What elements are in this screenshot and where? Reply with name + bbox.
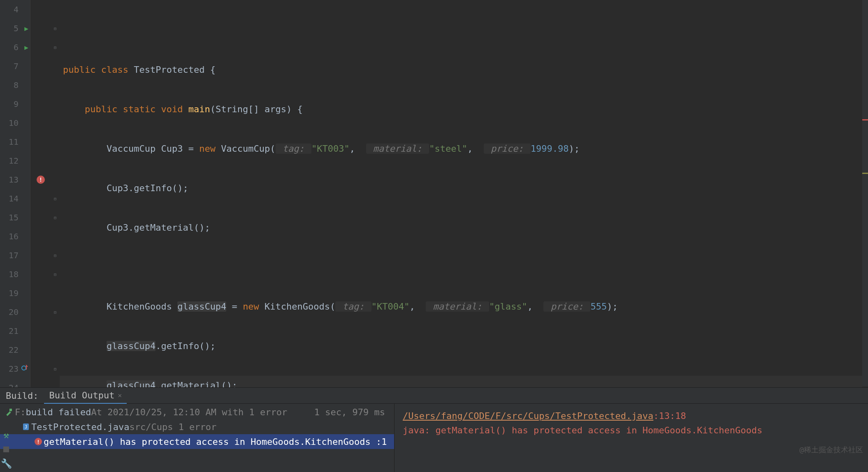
- line-number[interactable]: 5▶: [0, 19, 30, 38]
- warning-stripe-mark[interactable]: [862, 173, 868, 174]
- line-number[interactable]: 9: [0, 95, 30, 113]
- line-number[interactable]: 11: [0, 132, 30, 151]
- line-number[interactable]: 23: [0, 359, 30, 378]
- svg-rect-2: [9, 409, 12, 411]
- line-number[interactable]: 6▶: [0, 38, 30, 57]
- svg-rect-1: [6, 411, 11, 416]
- editor-area: 4 5▶ 6▶ 7 8 9 10 11 12 13 14 15 16 17 18…: [0, 0, 868, 388]
- fold-toggle[interactable]: ⊟: [51, 38, 59, 57]
- svg-text:J: J: [25, 425, 27, 429]
- run-icon[interactable]: ▶: [24, 25, 28, 32]
- build-timing: 1 sec, 979 ms: [314, 407, 394, 417]
- fold-close[interactable]: ⊟: [51, 303, 59, 322]
- fold-toggle[interactable]: ⊟: [51, 19, 59, 38]
- line-number[interactable]: 20: [0, 303, 30, 322]
- close-icon[interactable]: ✕: [118, 391, 122, 399]
- line-number[interactable]: 17: [0, 246, 30, 265]
- error-icon: !: [33, 438, 44, 445]
- error-mark[interactable]: !: [30, 170, 51, 189]
- wrench-icon[interactable]: 🔧: [1, 458, 12, 469]
- tab-build-output[interactable]: Build Output✕: [44, 387, 127, 404]
- java-file-icon: J: [21, 423, 31, 431]
- override-icon[interactable]: [21, 364, 28, 374]
- error-stripe[interactable]: [862, 0, 868, 386]
- fold-toggle[interactable]: ⊟: [51, 246, 59, 265]
- watermark: @稀土掘金技术社区: [799, 445, 863, 455]
- build-root[interactable]: F: build failed At 2021/10/25, 12:10 AM …: [0, 405, 394, 419]
- line-number[interactable]: 21: [0, 322, 30, 340]
- line-number[interactable]: 18: [0, 265, 30, 284]
- line-number[interactable]: 8: [0, 76, 30, 95]
- build-error-item[interactable]: ! getMaterial() has protected access in …: [0, 434, 394, 449]
- marks-gutter: !: [30, 0, 51, 388]
- line-number[interactable]: 10: [0, 113, 30, 132]
- line-number[interactable]: 15: [0, 208, 30, 227]
- run-icon[interactable]: ▶: [24, 44, 28, 51]
- build-side-toolbar: ⚒ 🔧: [0, 427, 12, 472]
- line-number[interactable]: 12: [0, 151, 30, 170]
- hammer-icon: [4, 408, 15, 416]
- fold-toggle[interactable]: ⊟: [51, 265, 59, 284]
- error-stripe-mark[interactable]: [862, 119, 868, 120]
- build-file[interactable]: J TestProtected.java src/Cups 1 error: [0, 419, 394, 434]
- error-bulb-icon[interactable]: !: [37, 176, 45, 184]
- line-number[interactable]: 7: [0, 57, 30, 76]
- line-number[interactable]: 14: [0, 189, 30, 208]
- svg-point-0: [22, 366, 26, 370]
- fold-toggle[interactable]: ⊟: [51, 359, 59, 378]
- line-number[interactable]: 4: [0, 0, 30, 19]
- build-tree[interactable]: F: build failed At 2021/10/25, 12:10 AM …: [0, 404, 395, 472]
- hammer-icon[interactable]: ⚒: [3, 430, 9, 440]
- build-label: Build:: [0, 391, 44, 401]
- code-editor[interactable]: public class TestProtected { public stat…: [60, 0, 862, 388]
- line-number[interactable]: 16: [0, 227, 30, 246]
- fold-close[interactable]: ⊟: [51, 208, 59, 227]
- stop-icon[interactable]: [3, 447, 9, 452]
- line-number[interactable]: 22: [0, 340, 30, 359]
- fold-gutter: ⊟ ⊟ ⊟ ⊟ ⊟ ⊟ ⊟ ⊟: [51, 0, 59, 388]
- build-panel: Build: Build Output✕ F: build failed At …: [0, 387, 868, 472]
- line-number[interactable]: 13: [0, 170, 30, 189]
- file-link[interactable]: /Users/fang/CODE/F/src/Cups/TestProtecte…: [403, 411, 653, 421]
- line-number-gutter[interactable]: 4 5▶ 6▶ 7 8 9 10 11 12 13 14 15 16 17 18…: [0, 0, 30, 397]
- build-detail[interactable]: /Users/fang/CODE/F/src/Cups/TestProtecte…: [395, 404, 868, 472]
- build-tabs: Build: Build Output✕: [0, 388, 868, 404]
- line-number[interactable]: 19: [0, 284, 30, 303]
- fold-close[interactable]: ⊟: [51, 189, 59, 208]
